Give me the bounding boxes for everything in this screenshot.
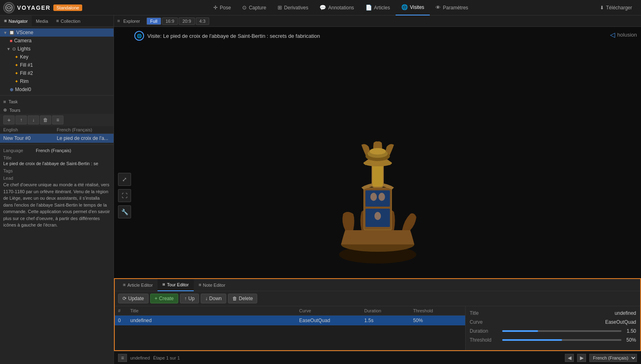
move-up-btn[interactable]: ↑ [15,116,27,124]
status-undefined: undefined [130,355,150,360]
nav-parametres[interactable]: 👁 Paramètres [430,0,474,15]
french-col-header: French (Français) [57,127,111,132]
aspect-full-btn[interactable]: Full [147,17,161,25]
download-btn[interactable]: ⬇ Télécharger [594,0,638,15]
aspect-43-btn[interactable]: 4:3 [196,17,209,25]
create-btn[interactable]: + Create [150,294,178,303]
globe-icon: 🌐 [134,31,144,41]
tour-row[interactable]: New Tour #0 Le pied de croix de l'a... [0,134,114,143]
svg-rect-5 [365,190,390,207]
tree-item-camera[interactable]: ■ Camera [0,37,114,45]
status-step: Étape 1 sur 1 [153,355,179,360]
threshold-slider-track[interactable] [502,339,621,341]
nav-articles[interactable]: 📄 Articles [360,0,396,15]
visites-icon: 🌐 [401,4,408,10]
holusion-logo: ◁ holusion [610,31,637,39]
tab-navigator[interactable]: ⊞ Navigator [0,15,32,26]
tree-item-fill1[interactable]: ✦ Fill #1 [0,61,114,69]
tab-note-editor[interactable]: ⊞ Note Editor [194,279,230,291]
tab-media[interactable]: Media [32,15,52,26]
nav-pose[interactable]: ✛ Pose [208,0,236,15]
holusion-label: holusion [617,32,637,38]
prop-threshold-label: Threshold [470,337,502,343]
tab-collection[interactable]: ⊞ Collection [52,15,84,26]
up-btn[interactable]: ↑ Up [180,294,199,303]
delete-tour-btn[interactable]: 🗑 [40,116,51,124]
logo-text: VOYAGER [17,4,51,11]
tree-label: Rim [20,78,28,84]
tab-tour-editor[interactable]: ⊞ Tour Editor [158,279,193,291]
nav-visites[interactable]: 🌐 Visites [396,0,430,15]
aspect-169-btn[interactable]: 16:9 [162,17,178,25]
nav-capture[interactable]: ⊙ Capture [236,0,272,15]
camera-icon: ■ [10,38,13,43]
bottom-properties-panel: Language French (Français) Title Le pied… [0,144,114,364]
svg-rect-11 [372,164,383,187]
standalone-badge: Standalone [53,4,83,11]
nav-annotations[interactable]: 💬 Annotations [314,0,359,15]
row-num: 0 [118,318,130,323]
fullscreen-btn[interactable]: ⛶ [118,189,131,202]
col-curve-header: Curve [299,308,364,313]
update-btn[interactable]: ⟳ Update [118,294,149,303]
aspect-209-btn[interactable]: 20:9 [179,17,195,25]
task-grid-icon: ⊞ [3,100,6,104]
language-label: Language [3,148,36,153]
tree: ▼ 🔲 VScene ■ Camera ▼ ⊙ Lights ✦ Key [0,27,114,144]
tours-icon: ⊕ [3,107,7,113]
move-down-btn[interactable]: ↓ [28,116,39,124]
tours-col-headers: English French (Français) [0,126,114,134]
prop-curve-value: EaseOutQuad [502,319,636,325]
explorer-label: Explorer [123,19,140,24]
key-light-icon: ✦ [15,54,18,60]
article-editor-grid-icon: ⊞ [123,283,126,287]
nav-prev-btn[interactable]: ◀ [565,354,574,362]
menu-tour-btn[interactable]: ≡ [52,116,63,124]
tree-label: Fill #2 [20,70,33,76]
title-value: Le pied de croix de l'abbaye de Saint-Be… [3,161,110,166]
explorer-grid-icon: ⊞ [117,19,120,23]
tree-item-vscene[interactable]: ▼ 🔲 VScene [0,28,114,37]
row-curve: EaseOutQuad [299,318,364,323]
prop-threshold-value: 50% [624,337,636,343]
tools-btn[interactable]: 🔧 [118,205,131,218]
share-btn[interactable]: ⤢ [118,173,131,186]
language-select[interactable]: French (Français) [589,354,637,362]
down-btn[interactable]: ↓ Down [201,294,226,303]
prop-duration-label: Duration [470,328,502,334]
col-duration-header: Duration [364,308,413,313]
logo-icon [3,2,15,13]
tree-item-rim[interactable]: ✦ Rim [0,77,114,85]
nav-derivatives[interactable]: ⊞ Derivatives [272,0,314,15]
visite-title-bar: 🌐 Visite: Le pied de croix de l'abbaye d… [134,31,320,41]
fill1-light-icon: ✦ [15,63,18,68]
row-duration: 1.5s [364,318,413,323]
duration-slider-track[interactable] [502,330,621,332]
tree-item-fill2[interactable]: ✦ Fill #2 [0,69,114,77]
prop-duration-row: Duration 1.50 [470,328,636,334]
scene-icon: 🔲 [9,30,15,35]
tree-item-lights[interactable]: ▼ ⊙ Lights [0,45,114,53]
nav-next-btn[interactable]: ▶ [577,354,586,362]
viewer-area: ⊞ Explorer Full 16:9 20:9 4:3 🌐 Visite: … [114,15,641,364]
status-menu-btn[interactable]: ≡ [118,354,127,362]
panel-tabs: ⊞ Navigator Media ⊞ Collection [0,15,114,27]
tree-label: Model0 [15,87,31,92]
download-icon: ⬇ [600,5,604,11]
tree-label: Lights [18,46,31,52]
update-icon: ⟳ [123,296,127,301]
add-tour-btn[interactable]: + [3,116,15,124]
tab-article-editor[interactable]: ⊞ Article Editor [118,279,158,291]
left-panel: ⊞ Navigator Media ⊞ Collection ▼ 🔲 VScen… [0,15,114,364]
task-section-header: ⊞ Task [0,97,114,106]
fill2-light-icon: ✦ [15,71,18,76]
table-row[interactable]: 0 undefined EaseOutQuad 1.5s 50% [115,316,465,325]
delete-trash-icon: 🗑 [232,296,237,301]
note-editor-grid-icon: ⊞ [199,283,201,287]
lead-label: Lead [3,176,110,181]
tree-item-model0[interactable]: ⊕ Model0 [0,85,114,94]
delete-btn[interactable]: 🗑 Delete [228,294,258,303]
tree-item-key[interactable]: ✦ Key [0,53,114,61]
rim-light-icon: ✦ [15,79,18,84]
col-num-header: # [118,308,130,313]
